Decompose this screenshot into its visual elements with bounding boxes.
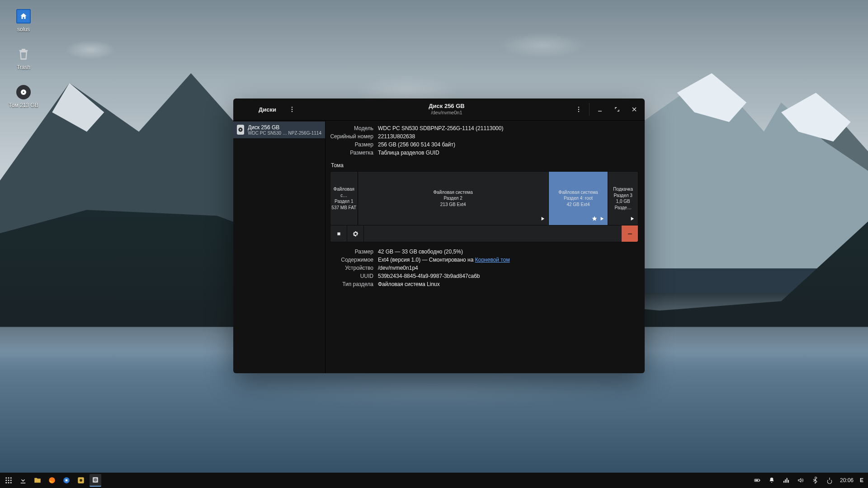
svg-rect-36: [760, 480, 760, 481]
svg-rect-18: [628, 233, 632, 234]
desktop-icon-label: solus: [5, 26, 42, 33]
svg-point-25: [5, 482, 7, 483]
unmount-button[interactable]: [330, 225, 347, 242]
app-title: Диски: [259, 106, 276, 113]
disk-title: Диск 256 GB: [429, 103, 464, 110]
svg-point-10: [292, 111, 292, 112]
delete-partition-button[interactable]: [622, 225, 638, 242]
svg-point-8: [292, 107, 292, 108]
panel-clock[interactable]: 20:06: [838, 477, 855, 483]
svg-rect-30: [66, 479, 68, 482]
svg-point-16: [240, 129, 241, 131]
svg-point-22: [5, 480, 7, 481]
svg-point-12: [578, 109, 579, 110]
maximize-button[interactable]: [609, 99, 625, 120]
home-icon: [16, 9, 31, 23]
tray-volume-icon[interactable]: [795, 474, 807, 486]
disks-window: Диски Диск 256 GB /dev/nvme0n1 Диск 256 …: [233, 99, 645, 373]
desktop-icon-label: Том 213 GB: [5, 102, 42, 108]
tray-network-icon[interactable]: [780, 474, 792, 486]
volume-partition-2[interactable]: Файловая система Раздел 2 213 GB Ext4: [358, 172, 549, 225]
minimize-button[interactable]: [592, 99, 608, 120]
svg-point-23: [8, 480, 9, 481]
sidebar-disk-sub: WDC PC SN530 … NPZ-256G-1114: [248, 131, 321, 136]
tray-bluetooth-icon[interactable]: [809, 474, 821, 486]
svg-point-28: [49, 477, 55, 483]
task-disks[interactable]: [90, 474, 101, 487]
sidebar-disk-title: Диск 256 GB: [248, 124, 321, 131]
task-files[interactable]: [32, 474, 43, 486]
svg-point-21: [10, 477, 12, 479]
svg-point-11: [578, 107, 579, 108]
disk-properties: Модель WDC PC SN530 SDBPNPZ-256G-1114 (2…: [330, 125, 638, 156]
app-launcher-button[interactable]: [3, 474, 14, 486]
volume-settings-button[interactable]: [347, 225, 364, 242]
svg-point-7: [23, 92, 24, 93]
desktop-icon-label: Trash: [5, 64, 42, 70]
desktop-icon-trash[interactable]: Trash: [5, 47, 42, 70]
task-software[interactable]: [61, 474, 72, 486]
disk-icon: [16, 85, 31, 99]
tray-battery-icon[interactable]: [751, 474, 763, 486]
svg-point-34: [94, 478, 97, 482]
disk-menu-button[interactable]: [571, 99, 586, 120]
svg-rect-14: [598, 111, 602, 111]
volume-actions: [330, 225, 638, 242]
volume-partition-4[interactable]: Файловая система Раздел 4: root 42 GB Ex…: [549, 172, 609, 225]
app-menu-button[interactable]: [284, 99, 300, 120]
volume-partition-1[interactable]: Файловая с… Раздел 1 537 MB FAT: [330, 172, 358, 225]
panel-lang[interactable]: E: [858, 477, 865, 483]
close-button[interactable]: [627, 99, 642, 120]
disk-subtitle: /dev/nvme0n1: [431, 110, 462, 116]
mount-icon: [539, 216, 546, 224]
mount-icon: [629, 216, 635, 224]
desktop-icon-volume[interactable]: Том 213 GB: [5, 85, 42, 108]
tray-notifications-icon[interactable]: [766, 474, 778, 486]
disks-sidebar: Диск 256 GB WDC PC SN530 … NPZ-256G-1114: [233, 121, 326, 373]
svg-point-13: [578, 111, 579, 112]
svg-point-19: [5, 477, 7, 479]
panel: 20:06 E: [0, 473, 868, 488]
task-settings[interactable]: [75, 474, 87, 486]
partition-properties: Размер 42 GB — 33 GB свободно (20,5%) Со…: [330, 249, 638, 287]
mount-icon: [599, 216, 605, 224]
desktop-icon-home[interactable]: solus: [5, 9, 42, 33]
svg-rect-17: [337, 232, 340, 235]
volumes-bar: Файловая с… Раздел 1 537 MB FAT Файловая…: [330, 171, 638, 225]
volume-partition-3[interactable]: Подкачка Раздел 3 1,0 GB Разде…: [608, 172, 638, 225]
titlebar[interactable]: Диски Диск 256 GB /dev/nvme0n1: [233, 99, 645, 121]
svg-point-26: [8, 482, 9, 483]
trash-icon: [16, 47, 31, 61]
hdd-icon: [237, 125, 244, 135]
task-downloads[interactable]: [17, 474, 29, 486]
svg-point-32: [80, 479, 82, 482]
star-icon: [591, 216, 598, 224]
sidebar-disk-item[interactable]: Диск 256 GB WDC PC SN530 … NPZ-256G-1114: [233, 122, 325, 138]
volumes-label: Тома: [331, 162, 638, 169]
svg-point-20: [8, 477, 9, 479]
svg-point-27: [10, 482, 12, 483]
svg-rect-37: [755, 480, 758, 481]
task-firefox[interactable]: [46, 474, 58, 486]
tray-power-icon[interactable]: [824, 474, 835, 486]
svg-point-9: [292, 109, 292, 110]
svg-point-24: [10, 480, 12, 481]
mount-point-link[interactable]: Корневой том: [475, 257, 510, 263]
